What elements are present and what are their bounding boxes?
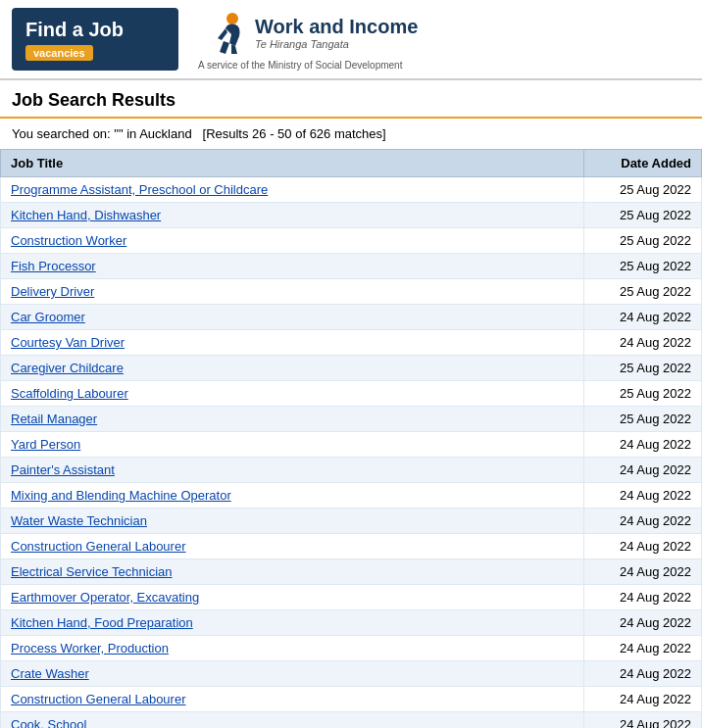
col-job-title: Job Title [1, 150, 584, 177]
work-income-name-block: Work and Income Te Hiranga Tangata [255, 16, 418, 50]
date-added-cell: 25 Aug 2022 [584, 228, 702, 254]
date-added-cell: 24 Aug 2022 [584, 585, 702, 610]
job-title-link[interactable]: Courtesy Van Driver [11, 335, 125, 350]
job-title-link[interactable]: Cook, School [11, 717, 86, 728]
table-row: Kitchen Hand, Food Preparation24 Aug 202… [1, 610, 702, 636]
date-added-cell: 24 Aug 2022 [584, 661, 702, 687]
table-row: Kitchen Hand, Dishwasher25 Aug 2022 [1, 203, 702, 228]
date-added-cell: 25 Aug 2022 [584, 356, 702, 381]
job-title-link[interactable]: Water Waste Technician [11, 513, 147, 528]
tagline-text: A service of the Ministry of Social Deve… [198, 60, 402, 71]
job-title-cell: Scaffolding Labourer [1, 381, 584, 407]
job-title-link[interactable]: Caregiver Childcare [11, 361, 124, 375]
svg-point-0 [226, 13, 238, 24]
work-income-icon [198, 9, 247, 58]
table-row: Retail Manager25 Aug 2022 [1, 407, 702, 432]
job-title-cell: Caregiver Childcare [1, 356, 584, 381]
job-title-cell: Cook, School [1, 712, 584, 729]
job-title-link[interactable]: Construction Worker [11, 233, 126, 248]
work-income-branding: Work and Income Te Hiranga Tangata A ser… [198, 9, 418, 71]
job-title-cell: Fish Processor [1, 254, 584, 279]
date-added-cell: 24 Aug 2022 [584, 509, 702, 534]
table-row: Courtesy Van Driver24 Aug 2022 [1, 330, 702, 356]
job-title-link[interactable]: Crate Washer [11, 666, 89, 681]
job-title-link[interactable]: Earthmover Operator, Excavating [11, 590, 199, 605]
job-title-link[interactable]: Kitchen Hand, Food Preparation [11, 615, 193, 630]
job-title-link[interactable]: Delivery Driver [11, 284, 94, 299]
job-title-cell: Process Worker, Production [1, 636, 584, 661]
date-added-cell: 25 Aug 2022 [584, 203, 702, 228]
job-title-link[interactable]: Car Groomer [11, 310, 85, 324]
table-row: Construction General Labourer24 Aug 2022 [1, 534, 702, 559]
site-header: Find a Job vacancies Work and Income Te … [0, 0, 702, 80]
table-row: Cook, School24 Aug 2022 [1, 712, 702, 729]
job-title-cell: Delivery Driver [1, 279, 584, 305]
table-row: Caregiver Childcare25 Aug 2022 [1, 356, 702, 381]
job-title-cell: Construction Worker [1, 228, 584, 254]
date-added-cell: 25 Aug 2022 [584, 381, 702, 407]
table-row: Painter's Assistant24 Aug 2022 [1, 458, 702, 483]
job-title-link[interactable]: Mixing and Blending Machine Operator [11, 488, 231, 503]
table-row: Process Worker, Production24 Aug 2022 [1, 636, 702, 661]
date-added-cell: 24 Aug 2022 [584, 483, 702, 509]
job-title-cell: Construction General Labourer [1, 687, 584, 712]
job-title-link[interactable]: Programme Assistant, Preschool or Childc… [11, 182, 268, 197]
job-title-cell: Construction General Labourer [1, 534, 584, 559]
search-query: "" [114, 126, 123, 141]
date-added-cell: 24 Aug 2022 [584, 330, 702, 356]
date-added-cell: 25 Aug 2022 [584, 177, 702, 203]
table-row: Earthmover Operator, Excavating24 Aug 20… [1, 585, 702, 610]
job-title-link[interactable]: Yard Person [11, 437, 80, 452]
date-added-cell: 24 Aug 2022 [584, 458, 702, 483]
table-row: Programme Assistant, Preschool or Childc… [1, 177, 702, 203]
table-row: Delivery Driver25 Aug 2022 [1, 279, 702, 305]
table-body: Programme Assistant, Preschool or Childc… [1, 177, 702, 729]
table-row: Construction General Labourer24 Aug 2022 [1, 687, 702, 712]
search-prefix: You searched on: [12, 126, 114, 141]
col-date-added: Date Added [584, 150, 702, 177]
job-title-cell: Car Groomer [1, 305, 584, 330]
job-title-cell: Painter's Assistant [1, 458, 584, 483]
job-title-link[interactable]: Electrical Service Technician [11, 564, 173, 579]
job-title-link[interactable]: Construction General Labourer [11, 692, 186, 706]
table-row: Water Waste Technician24 Aug 2022 [1, 509, 702, 534]
date-added-cell: 25 Aug 2022 [584, 407, 702, 432]
job-title-link[interactable]: Painter's Assistant [11, 462, 115, 477]
search-location: Auckland [139, 126, 191, 141]
date-added-cell: 24 Aug 2022 [584, 636, 702, 661]
job-title-link[interactable]: Scaffolding Labourer [11, 386, 128, 401]
work-income-logo: Work and Income Te Hiranga Tangata [198, 9, 418, 58]
table-row: Mixing and Blending Machine Operator24 A… [1, 483, 702, 509]
job-title-cell: Retail Manager [1, 407, 584, 432]
date-added-cell: 24 Aug 2022 [584, 432, 702, 458]
table-row: Yard Person24 Aug 2022 [1, 432, 702, 458]
job-title-link[interactable]: Process Worker, Production [11, 641, 169, 655]
table-row: Electrical Service Technician24 Aug 2022 [1, 559, 702, 585]
date-added-cell: 24 Aug 2022 [584, 712, 702, 729]
job-title-cell: Mixing and Blending Machine Operator [1, 483, 584, 509]
date-added-cell: 24 Aug 2022 [584, 687, 702, 712]
job-title-link[interactable]: Construction General Labourer [11, 539, 186, 554]
search-info-bar: You searched on: "" in Auckland [Results… [0, 119, 702, 149]
work-income-sub-text: Te Hiranga Tangata [255, 38, 418, 50]
search-in: in [124, 126, 140, 141]
date-added-cell: 25 Aug 2022 [584, 279, 702, 305]
job-title-cell: Water Waste Technician [1, 509, 584, 534]
job-title-link[interactable]: Retail Manager [11, 412, 97, 426]
job-title-cell: Crate Washer [1, 661, 584, 687]
job-title-link[interactable]: Fish Processor [11, 259, 96, 273]
table-row: Scaffolding Labourer25 Aug 2022 [1, 381, 702, 407]
date-added-cell: 24 Aug 2022 [584, 610, 702, 636]
find-a-job-title: Find a Job [25, 18, 165, 41]
job-title-cell: Electrical Service Technician [1, 559, 584, 585]
job-title-link[interactable]: Kitchen Hand, Dishwasher [11, 208, 161, 222]
job-title-cell: Kitchen Hand, Food Preparation [1, 610, 584, 636]
job-title-cell: Courtesy Van Driver [1, 330, 584, 356]
date-added-cell: 24 Aug 2022 [584, 559, 702, 585]
table-row: Crate Washer24 Aug 2022 [1, 661, 702, 687]
find-a-job-logo: Find a Job vacancies [12, 8, 178, 71]
vacancies-badge: vacancies [25, 45, 93, 61]
results-table: Job Title Date Added Programme Assistant… [0, 149, 702, 728]
work-income-main-text: Work and Income [255, 16, 418, 38]
table-row: Construction Worker25 Aug 2022 [1, 228, 702, 254]
